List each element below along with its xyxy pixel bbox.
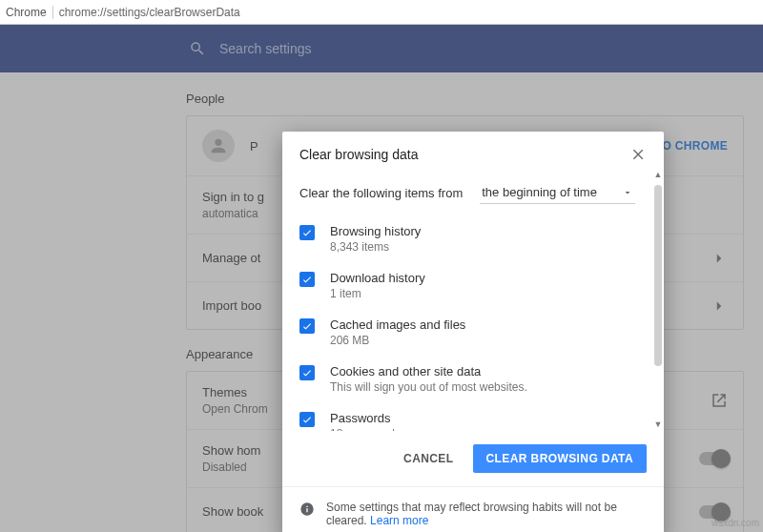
chevron-down-icon (622, 187, 633, 198)
dialog-scrollbar[interactable]: ▲ ▼ (654, 185, 662, 414)
dialog-actions: CANCEL CLEAR BROWSING DATA (282, 431, 664, 486)
dialog-info: Some settings that may reflect browsing … (282, 486, 664, 532)
dialog-title: Clear browsing data (299, 147, 419, 162)
address-bar: Chrome chrome://settings/clearBrowserDat… (0, 0, 763, 25)
info-icon (299, 501, 315, 517)
item-sub: 18 passwords (330, 427, 401, 431)
item-sub: 206 MB (330, 334, 465, 347)
checkbox-row-download-history[interactable]: Download history1 item (299, 262, 647, 309)
scroll-up-icon[interactable]: ▲ (653, 170, 663, 179)
scroll-thumb[interactable] (654, 185, 662, 366)
checkbox-row-cookies[interactable]: Cookies and other site dataThis will sig… (299, 356, 647, 402)
item-label: Browsing history (330, 224, 421, 238)
checkbox-row-passwords[interactable]: Passwords18 passwords (299, 402, 647, 431)
clear-browsing-data-dialog: Clear browsing data Clear the following … (282, 132, 664, 532)
item-sub: 8,343 items (330, 240, 421, 254)
item-sub: This will sign you out of most websites. (330, 380, 527, 394)
cancel-button[interactable]: CANCEL (398, 444, 459, 473)
item-label: Cookies and other site data (330, 364, 527, 379)
range-value: the beginning of time (482, 185, 597, 199)
url-field[interactable]: chrome://settings/clearBrowserData (53, 6, 240, 19)
checkbox-checked-icon[interactable] (299, 412, 315, 427)
item-label: Cached images and files (330, 317, 465, 332)
checkbox-row-cache[interactable]: Cached images and files206 MB (299, 309, 647, 356)
checkbox-checked-icon[interactable] (299, 225, 315, 240)
scroll-down-icon[interactable]: ▼ (653, 419, 663, 429)
browser-label: Chrome (6, 6, 53, 19)
item-label: Passwords (330, 411, 401, 425)
learn-more-link[interactable]: Learn more (370, 514, 428, 527)
item-sub: 1 item (330, 287, 425, 300)
clear-data-button[interactable]: CLEAR BROWSING DATA (473, 444, 647, 473)
time-range-select[interactable]: the beginning of time (480, 181, 635, 204)
checkbox-row-browsing-history[interactable]: Browsing history8,343 items (299, 215, 647, 262)
app-area: Search settings People P SIGN IN TO CHRO… (0, 25, 763, 532)
close-icon[interactable] (631, 147, 647, 162)
range-prefix: Clear the following items from (299, 186, 463, 200)
watermark: wsxdn.com (711, 518, 759, 528)
checkbox-checked-icon[interactable] (299, 318, 315, 334)
checkbox-checked-icon[interactable] (299, 365, 315, 380)
dialog-body: Clear the following items from the begin… (282, 170, 664, 431)
item-label: Download history (330, 271, 425, 285)
checkbox-checked-icon[interactable] (299, 272, 315, 287)
